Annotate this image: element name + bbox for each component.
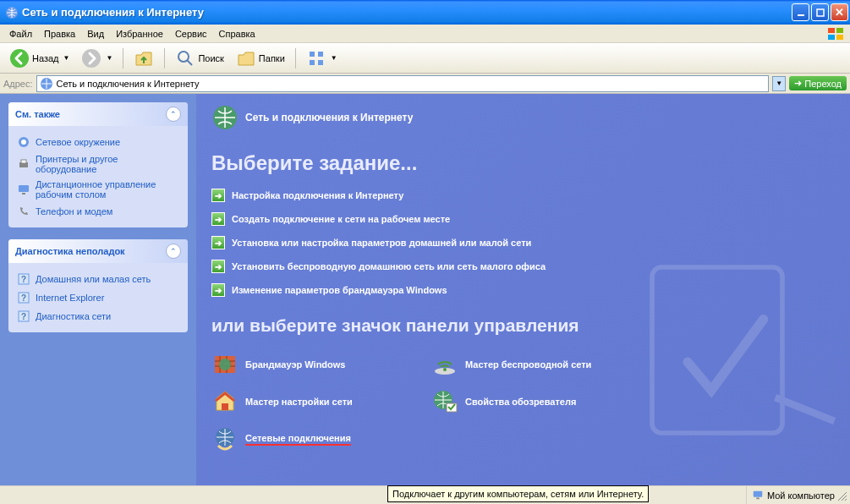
maximize-button[interactable]	[811, 3, 829, 21]
go-arrow-icon: ➜	[794, 78, 802, 89]
link-label: Диагностика сети	[36, 311, 111, 321]
menu-view[interactable]: Вид	[81, 27, 110, 41]
svg-text:?: ?	[21, 293, 26, 303]
link-label: Дистанционное управление рабочим столом	[36, 179, 179, 200]
panel-header[interactable]: Диагностика неполадок ⌃	[8, 239, 188, 263]
link-label: Домашняя или малая сеть	[36, 274, 151, 284]
svg-point-16	[21, 140, 26, 145]
sidebar-link-ie[interactable]: ? Internet Explorer	[17, 288, 179, 307]
arrow-icon: ➔	[211, 283, 225, 297]
task-label: Установка или настройка параметров домаш…	[232, 238, 531, 248]
tooltip: Подключает к другим компьютерам, сетям и…	[387, 485, 649, 502]
menu-favorites[interactable]: Избранное	[110, 27, 169, 41]
svg-rect-19	[19, 185, 29, 192]
back-icon	[9, 48, 30, 68]
sidebar-link-network-places[interactable]: Сетевое окружение	[17, 133, 179, 151]
chevron-down-icon: ▼	[106, 54, 112, 62]
network-wizard-icon	[211, 388, 239, 415]
svg-rect-6	[836, 35, 843, 40]
up-button[interactable]	[129, 46, 158, 71]
network-connections-icon	[211, 425, 239, 452]
svg-rect-10	[310, 52, 315, 57]
sidebar-link-printers[interactable]: Принтеры и другое оборудование	[17, 151, 179, 177]
search-icon	[175, 48, 195, 68]
resize-grip[interactable]	[836, 490, 848, 502]
help-icon: ?	[17, 291, 30, 304]
menu-file[interactable]: Файл	[3, 27, 38, 41]
svg-rect-3	[828, 28, 835, 33]
minimize-button[interactable]	[792, 3, 809, 21]
network-places-icon	[17, 135, 30, 149]
chevron-down-icon: ▼	[63, 54, 70, 62]
link-label: Телефон и модем	[36, 206, 112, 216]
link-label: Сетевое окружение	[36, 137, 120, 147]
cp-item-network-connections[interactable]: Сетевые подключения	[211, 425, 414, 452]
menu-tools[interactable]: Сервис	[169, 27, 213, 41]
firewall-icon	[211, 351, 239, 378]
my-computer-icon	[752, 489, 764, 502]
sidebar-link-remote-desktop[interactable]: Дистанционное управление рабочим столом	[17, 177, 179, 202]
window-title: Сеть и подключения к Интернету	[22, 6, 792, 19]
panel-troubleshooting: Диагностика неполадок ⌃ ? Домашняя или м…	[8, 239, 188, 332]
arrow-icon: ➔	[211, 260, 225, 273]
panel-header[interactable]: См. также ⌃	[8, 102, 188, 126]
sidebar: См. также ⌃ Сетевое окружение Принтеры и…	[0, 94, 196, 485]
back-label: Назад	[32, 53, 59, 63]
folders-button[interactable]: Папки	[232, 46, 289, 71]
go-button[interactable]: ➜ Переход	[789, 76, 847, 90]
sidebar-link-home-network[interactable]: ? Домашняя или малая сеть	[17, 270, 179, 288]
svg-rect-37	[754, 490, 763, 496]
toolbar: Назад ▼ ▼ Поиск Папки ▼	[0, 43, 850, 74]
cp-item-network-wizard[interactable]: Мастер настройки сети	[211, 388, 414, 415]
svg-text:?: ?	[21, 312, 26, 321]
search-button[interactable]: Поиск	[171, 46, 228, 71]
statusbar: Подключает к другим компьютерам, сетям и…	[0, 485, 850, 504]
back-button[interactable]: Назад ▼	[5, 46, 74, 71]
svg-rect-11	[318, 52, 323, 57]
menu-edit[interactable]: Правка	[38, 27, 81, 41]
cp-label: Мастер настройки сети	[245, 397, 353, 407]
help-icon: ?	[17, 310, 30, 323]
network-category-icon	[211, 104, 239, 131]
sidebar-link-phone-modem[interactable]: Телефон и модем	[17, 202, 179, 221]
menubar: Файл Правка Вид Избранное Сервис Справка	[0, 25, 850, 43]
task-workplace-connection[interactable]: ➔ Создать подключение к сети на рабочем …	[211, 212, 835, 226]
address-dropdown[interactable]: ▼	[772, 76, 786, 91]
titlebar: Сеть и подключения к Интернету ✕	[0, 0, 850, 25]
cp-item-wireless-wizard[interactable]: Мастер беспроводной сети	[431, 351, 634, 378]
cp-item-internet-options[interactable]: Свойства обозревателя	[431, 388, 634, 415]
panel-title: См. также	[15, 109, 166, 119]
cp-item-firewall[interactable]: Брандмауэр Windows	[211, 351, 414, 378]
menu-help[interactable]: Справка	[213, 27, 261, 41]
main-area: Сеть и подключения к Интернету Выберите …	[196, 94, 850, 485]
svg-rect-33	[222, 403, 228, 410]
cp-label: Сетевые подключения	[245, 433, 351, 446]
help-icon: ?	[17, 272, 30, 286]
forward-button[interactable]: ▼	[77, 46, 117, 71]
address-field[interactable]: Сеть и подключения к Интернету	[36, 75, 770, 92]
chevron-down-icon: ▼	[331, 54, 337, 62]
svg-rect-12	[310, 60, 315, 65]
separator	[164, 48, 165, 68]
task-label: Настройка подключения к Интернету	[232, 190, 403, 200]
status-location-text: Мой компьютер	[767, 490, 835, 501]
remote-desktop-icon	[17, 183, 30, 196]
sidebar-link-network-diag[interactable]: ? Диагностика сети	[17, 307, 179, 326]
views-icon	[306, 48, 326, 68]
views-button[interactable]: ▼	[302, 46, 342, 71]
folder-up-icon	[134, 48, 154, 68]
arrow-icon: ➔	[211, 236, 225, 249]
svg-point-32	[443, 368, 447, 371]
pick-task-heading: Выберите задание...	[211, 151, 835, 175]
network-connections-icon	[40, 77, 53, 90]
address-label: Адрес:	[3, 79, 33, 89]
close-button[interactable]: ✕	[831, 3, 848, 21]
panel-see-also: См. также ⌃ Сетевое окружение Принтеры и…	[8, 102, 188, 227]
phone-icon	[17, 205, 30, 218]
search-label: Поиск	[198, 53, 223, 63]
printer-icon	[17, 157, 30, 171]
svg-rect-27	[652, 267, 782, 433]
task-internet-connection[interactable]: ➔ Настройка подключения к Интернету	[211, 189, 835, 202]
svg-rect-18	[21, 160, 26, 163]
svg-rect-4	[836, 28, 843, 33]
